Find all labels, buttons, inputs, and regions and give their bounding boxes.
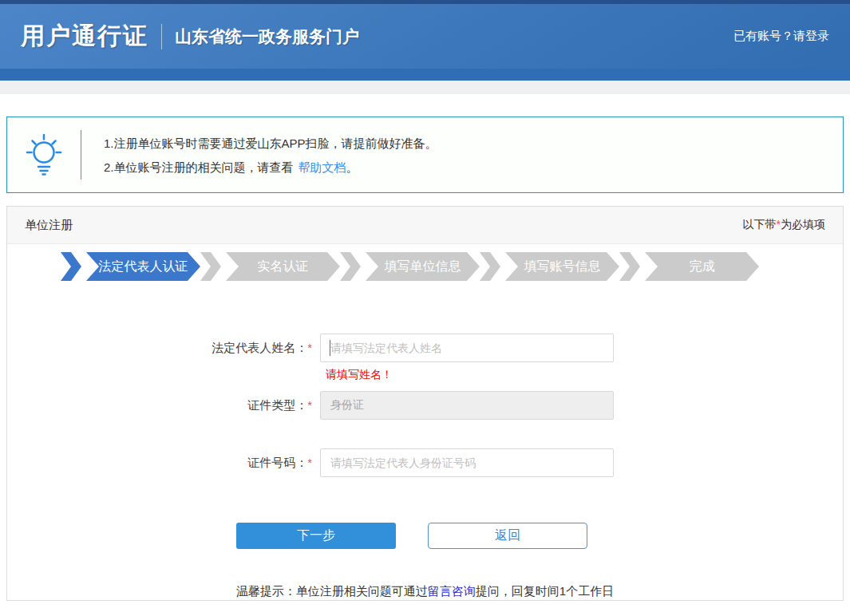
portal-subtitle: 山东省统一政务服务门户 <box>175 26 359 48</box>
help-doc-link[interactable]: 帮助文档 <box>298 160 346 174</box>
form-row-cert-type: 证件类型：* <box>7 391 843 420</box>
input-wrap <box>320 391 614 420</box>
step-chevron-icon <box>61 252 81 281</box>
panel-header: 单位注册 以下带*为必填项 <box>7 207 843 244</box>
field-label-text: 证件号码： <box>247 456 307 469</box>
form-row-cert-number: 证件号码：* <box>7 448 843 477</box>
required-star: * <box>307 398 312 412</box>
required-star: * <box>307 341 312 354</box>
step-label: 法定代表人认证 <box>86 252 200 281</box>
lightbulb-icon <box>25 132 63 177</box>
notice-box: 1.注册单位账号时需要通过爱山东APP扫脸，请提前做好准备。 2.单位账号注册的… <box>6 116 844 193</box>
input-wrap <box>320 448 614 477</box>
name-error-message: 请填写姓名！ <box>326 368 843 382</box>
required-note: 以下带*为必填项 <box>743 218 825 232</box>
form-row-legal-rep-name: 法定代表人姓名：* <box>7 334 843 362</box>
notice-line-2: 2.单位账号注册的相关问题，请查看帮助文档。 <box>104 159 437 176</box>
field-label: 法定代表人姓名：* <box>7 334 320 362</box>
input-wrap <box>320 334 614 362</box>
login-link[interactable]: 已有账号？请登录 <box>733 29 829 44</box>
text-caret <box>330 340 330 356</box>
cert-number-input[interactable] <box>320 448 614 477</box>
notice-icon-area <box>7 117 81 192</box>
panel-title: 单位注册 <box>25 218 73 233</box>
step-chevron-icon <box>480 252 500 281</box>
warm-tip-suffix: 提问，回复时间1个工作日 <box>476 584 614 598</box>
required-note-prefix: 以下带 <box>743 218 777 231</box>
form-buttons: 下一步 返回 <box>236 523 843 549</box>
page-header: 用户通行证 山东省统一政务服务门户 已有账号？请登录 <box>0 0 850 94</box>
step-account-info: 填写账号信息 <box>480 252 619 281</box>
message-consult-link[interactable]: 留言咨询 <box>428 584 476 598</box>
step-label: 填写单位信息 <box>366 252 480 281</box>
warm-tip: 温馨提示：单位注册相关问题可通过留言咨询提问，回复时间1个工作日 <box>7 584 843 599</box>
step-label: 完成 <box>645 252 759 281</box>
step-label: 填写账号信息 <box>505 252 619 281</box>
registration-form: 法定代表人姓名：* 请填写姓名！ 证件类型：* 证件号码：* <box>7 334 843 599</box>
notice-line-1: 1.注册单位账号时需要通过爱山东APP扫脸，请提前做好准备。 <box>104 135 437 152</box>
brand-divider <box>161 24 162 49</box>
registration-panel: 单位注册 以下带*为必填项 法定代表人认证 实名认证 填写单位信息 填写账号信息… <box>6 206 844 601</box>
notice-text: 1.注册单位账号时需要通过爱山东APP扫脸，请提前做好准备。 2.单位账号注册的… <box>81 132 437 179</box>
step-chevron-icon <box>200 252 221 281</box>
step-progress-bar: 法定代表人认证 实名认证 填写单位信息 填写账号信息 完成 <box>7 252 843 281</box>
brand-title: 用户通行证 <box>21 20 148 53</box>
step-chevron-icon <box>619 252 640 281</box>
field-label-text: 法定代表人姓名： <box>212 341 307 354</box>
header-main: 用户通行证 山东省统一政务服务门户 已有账号？请登录 <box>0 4 850 69</box>
required-note-suffix: 为必填项 <box>781 218 825 231</box>
required-star: * <box>307 456 312 469</box>
notice-line-2-text: 2.单位账号注册的相关问题，请查看 <box>104 160 294 174</box>
field-label: 证件号码：* <box>7 448 320 477</box>
field-label-text: 证件类型： <box>247 398 307 412</box>
step-label: 实名认证 <box>226 252 340 281</box>
step-chevron-icon <box>340 252 361 281</box>
notice-line-2-period: 。 <box>346 160 358 174</box>
cert-type-input <box>320 391 614 420</box>
step-unit-info: 填写单位信息 <box>340 252 480 281</box>
header-shadow-strip <box>0 81 850 94</box>
step-legal-rep-auth: 法定代表人认证 <box>61 252 200 281</box>
legal-rep-name-input[interactable] <box>320 334 614 362</box>
step-complete: 完成 <box>619 252 759 281</box>
warm-tip-prefix: 温馨提示：单位注册相关问题可通过 <box>236 584 428 598</box>
step-real-name-auth: 实名认证 <box>200 252 340 281</box>
back-button[interactable]: 返回 <box>428 523 587 549</box>
field-label: 证件类型：* <box>7 391 320 420</box>
next-step-button[interactable]: 下一步 <box>236 523 396 549</box>
header-bottom-strip <box>0 69 850 81</box>
